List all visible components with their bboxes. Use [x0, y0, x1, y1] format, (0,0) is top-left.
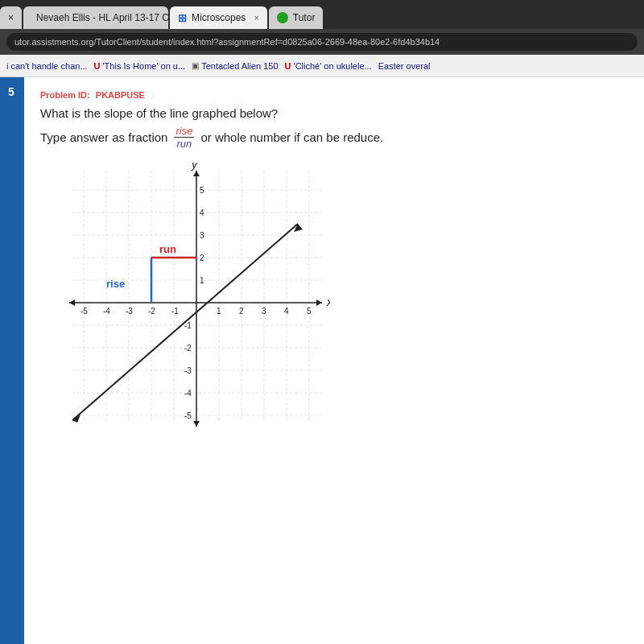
type-answer-suffix: or whole number if can be reduce. [200, 130, 383, 144]
problem-number: 5 [0, 80, 23, 103]
browser-chrome: × Nevaeh Ellis - HL April 13-17 Ca... × … [0, 0, 644, 77]
type-answer-row: Type answer as fraction rise run or whol… [40, 125, 628, 150]
graph-container: x y -5 -4 -3 -2 -1 1 2 3 4 5 5 4 [56, 163, 330, 436]
bookmarks-bar: i can't handle chan... U 'This Is Home' … [0, 55, 644, 77]
bookmark-this-is-home[interactable]: U 'This Is Home' on u... [94, 61, 186, 71]
svg-text:4: 4 [200, 208, 204, 217]
svg-text:-4: -4 [103, 307, 110, 316]
bookmark-cliche[interactable]: U 'Cliché' on ukulele... [285, 61, 372, 71]
svg-text:4: 4 [284, 307, 289, 316]
svg-text:-2: -2 [184, 344, 192, 353]
bookmark-icon-4: U [285, 61, 291, 71]
svg-text:-4: -4 [184, 389, 192, 398]
svg-text:-2: -2 [148, 307, 155, 316]
tab-label-nevaeh: Nevaeh Ellis - HL April 13-17 Ca... [36, 12, 168, 23]
svg-text:run: run [159, 243, 176, 255]
tab-close-microscopes[interactable]: × [254, 13, 258, 23]
tab-close-1[interactable]: × [0, 6, 22, 29]
svg-text:2: 2 [239, 307, 244, 316]
svg-text:x: x [326, 295, 330, 308]
svg-text:-5: -5 [184, 411, 192, 420]
svg-marker-24 [69, 299, 75, 306]
svg-marker-26 [193, 171, 200, 176]
tab-label-tutor: Tutor [293, 12, 316, 23]
bookmark-label-4: 'Cliché' on ukulele... [294, 61, 372, 71]
bookmark-label-1: i can't handle chan... [6, 61, 88, 71]
fraction-numerator: rise [174, 125, 194, 138]
bookmark-label-5: Easter overal [378, 61, 431, 71]
tab-label-microscopes: Microscopes [192, 12, 246, 23]
svg-text:2: 2 [200, 254, 204, 262]
tab-bar: × Nevaeh Ellis - HL April 13-17 Ca... × … [0, 0, 644, 29]
tab-icon-tutor [277, 12, 288, 23]
svg-marker-27 [193, 421, 200, 427]
bookmark-cant-handle[interactable]: i can't handle chan... [6, 61, 88, 71]
svg-text:1: 1 [217, 307, 221, 316]
question-text: What is the slope of the line graphed be… [40, 106, 628, 120]
tab-close-icon[interactable]: × [8, 12, 14, 23]
svg-text:y: y [191, 163, 198, 171]
bookmark-icon-2: U [94, 61, 101, 71]
bookmark-label-3: Tentacled Alien 150 [201, 61, 278, 71]
bookmark-label-2: 'This Is Home' on u... [103, 61, 186, 71]
tab-tutor[interactable]: Tutor [269, 6, 324, 29]
bookmark-easter[interactable]: Easter overal [378, 61, 431, 71]
fraction-denominator: run [175, 138, 194, 150]
svg-text:1: 1 [200, 276, 204, 285]
svg-text:-1: -1 [171, 307, 179, 316]
tab-nevaeh[interactable]: Nevaeh Ellis - HL April 13-17 Ca... × [23, 6, 168, 29]
svg-text:-5: -5 [80, 307, 88, 316]
page-content: 5 Problem ID: PKABPUSE What is the slope… [0, 77, 644, 644]
bookmark-icon-3: ▣ [192, 61, 199, 70]
address-bar-input[interactable] [6, 33, 638, 51]
problem-id-value: PKABPUSE [96, 90, 145, 100]
main-content: Problem ID: PKABPUSE What is the slope o… [24, 77, 644, 644]
svg-text:-3: -3 [126, 307, 133, 316]
sidebar: 5 [0, 77, 24, 644]
problem-id-label: Problem ID: [40, 90, 90, 100]
svg-text:3: 3 [200, 231, 204, 240]
svg-text:5: 5 [307, 307, 312, 316]
problem-id-row: Problem ID: PKABPUSE [40, 90, 628, 100]
svg-text:3: 3 [262, 307, 266, 316]
tab-microscopes[interactable]: ⊞ Microscopes × [170, 6, 267, 29]
svg-text:5: 5 [200, 186, 204, 195]
svg-text:-3: -3 [184, 366, 192, 375]
svg-marker-52 [294, 224, 303, 232]
fraction-display: rise run [174, 125, 194, 150]
sidebar-button[interactable] [0, 105, 23, 127]
svg-marker-23 [316, 299, 322, 306]
address-bar-row [0, 29, 644, 55]
tab-icon-microscopes: ⊞ [178, 12, 187, 24]
type-answer-prefix: Type answer as fraction [40, 130, 167, 144]
bookmark-tentacled[interactable]: ▣ Tentacled Alien 150 [192, 61, 278, 71]
svg-text:rise: rise [106, 278, 125, 290]
graph-svg: x y -5 -4 -3 -2 -1 1 2 3 4 5 5 4 [56, 163, 330, 436]
